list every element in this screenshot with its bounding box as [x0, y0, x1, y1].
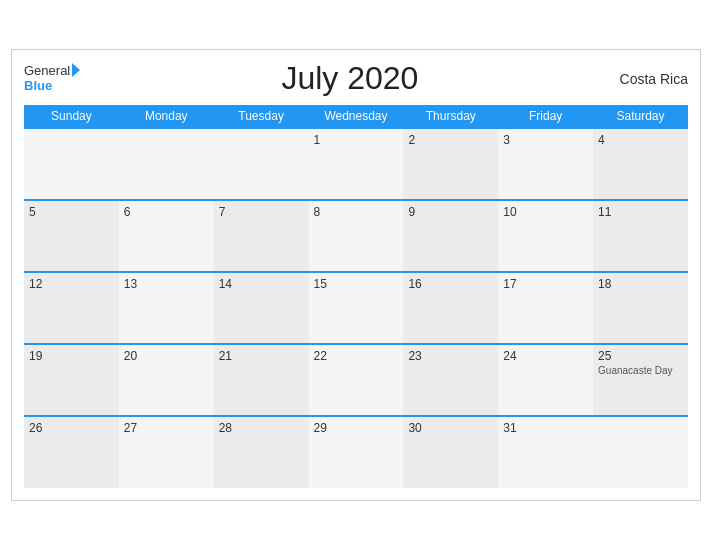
calendar-cell [214, 128, 309, 200]
calendar-cell: 21 [214, 344, 309, 416]
day-number: 26 [29, 421, 114, 435]
logo-general-text: General [24, 64, 70, 78]
day-number: 5 [29, 205, 114, 219]
calendar-cell: 3 [498, 128, 593, 200]
calendar-cell: 23 [403, 344, 498, 416]
calendar-cell: 27 [119, 416, 214, 488]
day-number: 15 [314, 277, 399, 291]
day-number: 9 [408, 205, 493, 219]
calendar-cell: 5 [24, 200, 119, 272]
calendar-cell: 18 [593, 272, 688, 344]
weekday-tuesday: Tuesday [214, 105, 309, 128]
day-number: 11 [598, 205, 683, 219]
day-number: 25 [598, 349, 683, 363]
day-number: 2 [408, 133, 493, 147]
calendar-cell: 9 [403, 200, 498, 272]
calendar-cell [119, 128, 214, 200]
calendar-cell: 17 [498, 272, 593, 344]
calendar-cell: 20 [119, 344, 214, 416]
holiday-label: Guanacaste Day [598, 365, 683, 377]
day-number: 28 [219, 421, 304, 435]
logo: General Blue [24, 64, 80, 93]
logo-triangle-icon [72, 63, 80, 77]
calendar-cell: 7 [214, 200, 309, 272]
day-number: 4 [598, 133, 683, 147]
calendar-cell: 15 [309, 272, 404, 344]
calendar-cell: 4 [593, 128, 688, 200]
calendar-cell: 24 [498, 344, 593, 416]
calendar-cell: 2 [403, 128, 498, 200]
day-number: 10 [503, 205, 588, 219]
day-number: 24 [503, 349, 588, 363]
calendar-cell: 6 [119, 200, 214, 272]
calendar-container: General Blue July 2020 Costa Rica Sunday… [11, 49, 701, 501]
calendar-cell: 29 [309, 416, 404, 488]
calendar-cell: 14 [214, 272, 309, 344]
day-number: 18 [598, 277, 683, 291]
calendar-cell: 28 [214, 416, 309, 488]
day-number: 22 [314, 349, 399, 363]
calendar-cell: 26 [24, 416, 119, 488]
weekday-header-row: SundayMondayTuesdayWednesdayThursdayFrid… [24, 105, 688, 128]
calendar-cell: 31 [498, 416, 593, 488]
calendar-header: General Blue July 2020 Costa Rica [24, 60, 688, 97]
weekday-sunday: Sunday [24, 105, 119, 128]
calendar-cell: 19 [24, 344, 119, 416]
calendar-cell: 1 [309, 128, 404, 200]
calendar-cell: 22 [309, 344, 404, 416]
calendar-cell: 12 [24, 272, 119, 344]
day-number: 23 [408, 349, 493, 363]
week-row-3: 12131415161718 [24, 272, 688, 344]
week-row-1: 1234 [24, 128, 688, 200]
day-number: 14 [219, 277, 304, 291]
day-number: 1 [314, 133, 399, 147]
calendar-cell: 25Guanacaste Day [593, 344, 688, 416]
day-number: 13 [124, 277, 209, 291]
day-number: 3 [503, 133, 588, 147]
day-number: 31 [503, 421, 588, 435]
calendar-cell [24, 128, 119, 200]
weekday-wednesday: Wednesday [309, 105, 404, 128]
day-number: 8 [314, 205, 399, 219]
calendar-cell: 16 [403, 272, 498, 344]
logo-blue-text: Blue [24, 78, 52, 93]
calendar-table: SundayMondayTuesdayWednesdayThursdayFrid… [24, 105, 688, 488]
day-number: 16 [408, 277, 493, 291]
day-number: 6 [124, 205, 209, 219]
day-number: 30 [408, 421, 493, 435]
day-number: 17 [503, 277, 588, 291]
calendar-cell: 10 [498, 200, 593, 272]
calendar-cell: 8 [309, 200, 404, 272]
day-number: 12 [29, 277, 114, 291]
weekday-thursday: Thursday [403, 105, 498, 128]
day-number: 29 [314, 421, 399, 435]
weekday-saturday: Saturday [593, 105, 688, 128]
weekday-monday: Monday [119, 105, 214, 128]
day-number: 7 [219, 205, 304, 219]
calendar-cell [593, 416, 688, 488]
day-number: 27 [124, 421, 209, 435]
week-row-5: 262728293031 [24, 416, 688, 488]
weekday-friday: Friday [498, 105, 593, 128]
calendar-cell: 30 [403, 416, 498, 488]
day-number: 21 [219, 349, 304, 363]
calendar-title: July 2020 [80, 60, 619, 97]
week-row-4: 19202122232425Guanacaste Day [24, 344, 688, 416]
week-row-2: 567891011 [24, 200, 688, 272]
country-label: Costa Rica [620, 71, 688, 87]
day-number: 19 [29, 349, 114, 363]
calendar-cell: 13 [119, 272, 214, 344]
calendar-cell: 11 [593, 200, 688, 272]
day-number: 20 [124, 349, 209, 363]
